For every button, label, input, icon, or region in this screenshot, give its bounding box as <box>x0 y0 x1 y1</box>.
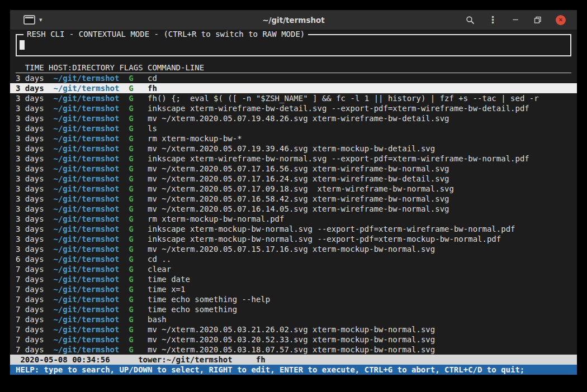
history-row[interactable]: 3 days ~/git/termshot G mv ~/xterm.2020.… <box>10 144 577 154</box>
history-row[interactable]: 3 days ~/git/termshot G mv ~/xterm.2020.… <box>10 204 577 214</box>
row-host: ~/git/termshot <box>53 204 119 213</box>
row-flags: G <box>129 305 133 314</box>
row-time: 7 days <box>16 315 44 324</box>
row-host: ~/git/termshot <box>53 295 119 304</box>
minimize-button[interactable]: − <box>511 16 520 24</box>
row-host: ~/git/termshot <box>53 74 119 83</box>
row-host: ~/git/termshot <box>53 194 119 203</box>
new-terminal-button[interactable]: ▾ <box>23 15 42 25</box>
row-host: ~/git/termshot <box>53 245 119 254</box>
row-flags: G <box>129 134 133 143</box>
row-command: fh() {; eval $( ([ -n "$ZSH_NAME" ] && f… <box>148 94 539 103</box>
terminal-content[interactable]: RESH CLI - CONTEXTUAL MODE - (CTRL+R to … <box>10 30 577 375</box>
row-command: time echo something <box>148 305 237 314</box>
history-row[interactable]: 3 days ~/git/termshot G ls <box>10 123 577 133</box>
history-row[interactable]: 7 days ~/git/termshot G mv ~/xterm.2020.… <box>10 334 577 345</box>
row-host: ~/git/termshot <box>53 94 119 103</box>
history-row[interactable]: 3 days ~/git/termshot G mv ~/xterm.2020.… <box>10 184 577 194</box>
row-time: 3 days <box>16 235 44 243</box>
row-flags: G <box>129 235 133 243</box>
row-time: 3 days <box>16 104 44 113</box>
history-row[interactable]: 7 days ~/git/termshot G time echo someth… <box>10 304 577 314</box>
row-command: mv ~/xterm.2020.05.03.20.52.33.svg xterm… <box>148 335 435 344</box>
history-row[interactable]: 3 days ~/git/termshot G inkscape xterm-m… <box>10 234 577 244</box>
history-row[interactable]: 7 days ~/git/termshot G clear <box>10 264 577 274</box>
history-row[interactable]: 3 days ~/git/termshot G mv ~/xterm.2020.… <box>10 113 577 123</box>
row-command: mv ~/xterm.2020.05.07.15.17.16.svg xterm… <box>148 245 435 254</box>
row-command: clear <box>148 265 171 274</box>
row-host: ~/git/termshot <box>53 134 119 143</box>
history-row[interactable]: 7 days ~/git/termshot G time echo someth… <box>10 294 577 304</box>
row-host: ~/git/termshot <box>53 335 119 344</box>
row-host: ~/git/termshot <box>53 325 119 334</box>
table-header: TIME HOST:DIRECTORY FLAGS COMMAND-LINE <box>16 63 571 73</box>
history-row[interactable]: 7 days ~/git/termshot G mv ~/xterm.2020.… <box>10 324 577 334</box>
menu-button[interactable]: ⋮ <box>488 15 498 25</box>
history-row[interactable]: 3 days ~/git/termshot G rm xterm-mockup-… <box>10 133 577 144</box>
row-command: time date <box>148 275 190 284</box>
row-host: ~/git/termshot <box>53 255 119 264</box>
history-row[interactable]: 7 days ~/git/termshot G mv ~/xterm.2020.… <box>10 345 577 355</box>
row-flags: G <box>129 315 133 324</box>
row-flags: G <box>129 164 133 173</box>
row-time: 3 days <box>16 84 44 93</box>
search-icon <box>466 16 475 25</box>
terminal-icon <box>23 15 35 25</box>
history-row[interactable]: 7 days ~/git/termshot G time x=1 <box>10 284 577 294</box>
row-command: bash <box>148 315 167 324</box>
history-row[interactable]: 7 days ~/git/termshot G time date <box>10 274 577 284</box>
history-row[interactable]: 3 days ~/git/termshot G mv ~/xterm.2020.… <box>10 194 577 204</box>
row-host: ~/git/termshot <box>53 265 119 274</box>
row-command: mv ~/xterm.2020.05.07.17.09.18.svg xterm… <box>148 184 454 193</box>
history-row[interactable]: 3 days ~/git/termshot G mv ~/xterm.2020.… <box>10 174 577 184</box>
restore-button[interactable] <box>533 16 542 24</box>
row-flags: G <box>129 265 133 274</box>
row-time: 3 days <box>16 224 44 233</box>
history-row[interactable]: 6 days ~/git/termshot G cd .. <box>10 254 577 264</box>
row-host: ~/git/termshot <box>53 114 119 123</box>
titlebar[interactable]: ▾ ~/git/termshot ⋮ − <box>10 10 577 30</box>
search-box-title: RESH CLI - CONTEXTUAL MODE - (CTRL+R to … <box>23 30 308 39</box>
history-row[interactable]: 3 days ~/git/termshot G inkscape xterm-m… <box>10 224 577 234</box>
row-command: mv ~/xterm.2020.05.07.17.16.24.svg xterm… <box>148 174 449 183</box>
row-host: ~/git/termshot <box>53 235 119 243</box>
row-time: 3 days <box>16 124 44 133</box>
status-location: tower:~/git/termshot <box>138 355 233 364</box>
history-row[interactable]: 3 days ~/git/termshot G rm xterm-mockup-… <box>10 214 577 224</box>
row-host: ~/git/termshot <box>53 285 119 294</box>
restore-icon <box>534 16 542 24</box>
history-row[interactable]: 3 days ~/git/termshot G inkscape xterm-w… <box>10 154 577 164</box>
row-time: 3 days <box>16 74 44 83</box>
history-row[interactable]: 3 days ~/git/termshot G inkscape xterm-w… <box>10 103 577 113</box>
history-row[interactable]: 3 days ~/git/termshot G cd <box>10 73 577 83</box>
row-command: inkscape xterm-mockup-bw-normal.svg --ex… <box>148 224 515 233</box>
row-flags: G <box>129 194 133 203</box>
row-flags: G <box>129 204 133 213</box>
row-flags: G <box>129 245 133 254</box>
row-host: ~/git/termshot <box>53 184 119 193</box>
row-host: ~/git/termshot <box>53 174 119 183</box>
search-button[interactable] <box>466 16 475 25</box>
row-time: 7 days <box>16 285 44 294</box>
history-row[interactable]: 3 days ~/git/termshot G fh <box>10 83 577 93</box>
history-row[interactable]: 7 days ~/git/termshot G bash <box>10 314 577 324</box>
row-command: mv ~/xterm.2020.05.07.16.14.05.svg xterm… <box>148 204 449 213</box>
history-row[interactable]: 3 days ~/git/termshot G mv ~/xterm.2020.… <box>10 244 577 254</box>
status-command: fh <box>256 355 266 364</box>
row-host: ~/git/termshot <box>53 345 119 354</box>
chevron-down-icon[interactable]: ▾ <box>39 17 42 23</box>
row-time: 3 days <box>16 184 44 193</box>
row-command: inkscape xterm-mockup-bw-normal.svg --ex… <box>148 235 501 243</box>
row-time: 3 days <box>16 154 44 163</box>
close-button[interactable]: ✕ <box>556 15 566 25</box>
history-row[interactable]: 3 days ~/git/termshot G fh() {; eval $( … <box>10 93 577 103</box>
row-flags: G <box>129 224 133 233</box>
history-row[interactable]: 3 days ~/git/termshot G mv ~/xterm.2020.… <box>10 164 577 174</box>
row-time: 3 days <box>16 164 44 173</box>
row-flags: G <box>129 144 133 153</box>
row-host: ~/git/termshot <box>53 154 119 163</box>
row-command: mv ~/xterm.2020.05.07.16.58.42.svg xterm… <box>148 194 449 203</box>
row-flags: G <box>129 325 133 334</box>
row-flags: G <box>129 255 133 264</box>
search-input-box[interactable]: RESH CLI - CONTEXTUAL MODE - (CTRL+R to … <box>16 34 571 56</box>
